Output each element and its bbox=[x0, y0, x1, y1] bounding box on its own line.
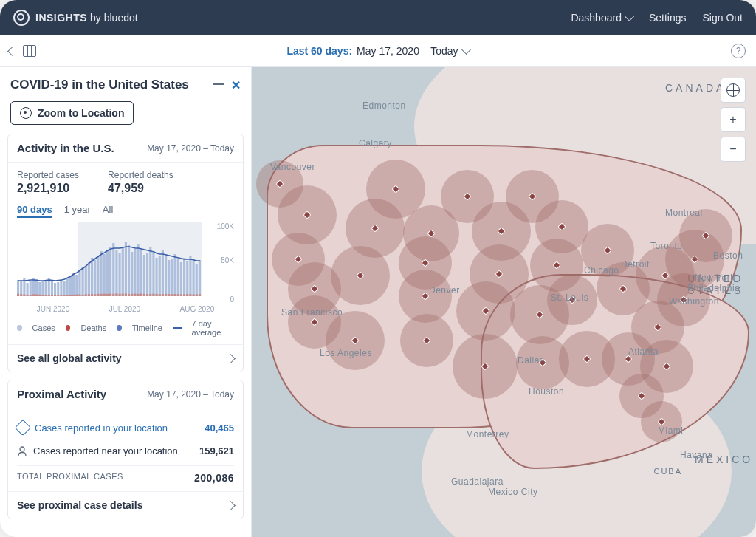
date-range-prefix: Last 60 days: bbox=[286, 45, 352, 57]
svg-rect-94 bbox=[119, 294, 121, 296]
legend-avg: 7 day average bbox=[192, 319, 234, 337]
xlabel-0: JUN 2020 bbox=[37, 305, 69, 313]
svg-rect-15 bbox=[60, 280, 62, 296]
nav-signout[interactable]: Sign Out bbox=[703, 12, 743, 24]
svg-rect-18 bbox=[69, 276, 72, 296]
case-bubble[interactable] bbox=[326, 311, 385, 370]
svg-rect-74 bbox=[57, 295, 59, 296]
bluedot-logo-icon bbox=[13, 10, 30, 26]
case-bubble[interactable] bbox=[453, 334, 518, 399]
zoom-location-button[interactable]: Zoom to Location bbox=[10, 101, 134, 125]
stat-cases-label: Reported cases bbox=[17, 170, 79, 180]
svg-rect-68 bbox=[38, 295, 41, 296]
see-proximal-details[interactable]: See proximal case details bbox=[8, 491, 243, 519]
nav-dashboard[interactable]: Dashboard bbox=[571, 12, 633, 24]
case-bubble[interactable] bbox=[641, 401, 682, 442]
svg-rect-36 bbox=[125, 242, 127, 296]
prox-in-loc-val: 40,465 bbox=[205, 423, 234, 434]
svg-rect-28 bbox=[100, 251, 103, 296]
minimize-icon[interactable] bbox=[213, 83, 224, 85]
help-icon[interactable]: ? bbox=[731, 44, 746, 58]
svg-rect-101 bbox=[140, 293, 142, 296]
svg-rect-116 bbox=[186, 294, 188, 296]
svg-rect-57 bbox=[189, 256, 191, 296]
map-mode-button[interactable] bbox=[721, 78, 746, 103]
svg-rect-30 bbox=[106, 250, 109, 296]
see-all-global[interactable]: See all global activity bbox=[8, 344, 243, 372]
svg-rect-87 bbox=[97, 294, 99, 296]
tab-1year[interactable]: 1 year bbox=[64, 204, 91, 218]
svg-rect-24 bbox=[88, 262, 90, 296]
svg-rect-102 bbox=[143, 294, 145, 296]
activity-card: Activity in the U.S. May 17, 2020 – Toda… bbox=[7, 134, 244, 372]
legend-avg-icon bbox=[173, 327, 182, 329]
svg-rect-92 bbox=[112, 294, 114, 296]
svg-rect-23 bbox=[85, 267, 87, 296]
zoom-location-label: Zoom to Location bbox=[38, 107, 124, 119]
globe-icon bbox=[726, 83, 740, 97]
svg-rect-19 bbox=[72, 273, 75, 296]
svg-rect-51 bbox=[171, 259, 173, 296]
svg-rect-120 bbox=[199, 294, 201, 296]
nav-settings[interactable]: Settings bbox=[649, 12, 687, 24]
svg-rect-14 bbox=[57, 282, 59, 296]
svg-rect-17 bbox=[66, 278, 69, 296]
map-controls: + − bbox=[721, 78, 746, 162]
date-range-selector[interactable]: Last 60 days: May 17, 2020 – Today bbox=[286, 45, 469, 57]
svg-rect-79 bbox=[72, 295, 75, 296]
panel-title: COVID-19 in the United States bbox=[10, 78, 189, 92]
svg-rect-50 bbox=[168, 260, 170, 296]
ytick-top: 100K bbox=[217, 222, 234, 230]
top-nav: Dashboard Settings Sign Out bbox=[571, 12, 743, 24]
stat-cases: Reported cases 2,921,910 bbox=[17, 170, 79, 195]
prox-in-loc-label: Cases reported in your location bbox=[35, 423, 168, 434]
see-proximal-label: See proximal case details bbox=[17, 499, 142, 511]
svg-rect-69 bbox=[41, 295, 44, 296]
case-bubble[interactable] bbox=[679, 209, 732, 262]
prox-in-location[interactable]: Cases reported in your location 40,465 bbox=[17, 416, 234, 439]
activity-chart[interactable]: 100K 50K 0 bbox=[17, 222, 234, 304]
svg-rect-60 bbox=[199, 260, 201, 296]
zoom-out-button[interactable]: − bbox=[721, 137, 746, 162]
svg-rect-85 bbox=[91, 294, 93, 296]
activity-title: Activity in the U.S. bbox=[17, 142, 114, 154]
svg-point-121 bbox=[20, 447, 24, 451]
svg-rect-98 bbox=[131, 294, 133, 296]
brand-logo: INSIGHTS by bluedot bbox=[13, 10, 138, 26]
case-bubble[interactable] bbox=[400, 314, 453, 367]
svg-rect-96 bbox=[125, 293, 127, 296]
svg-rect-76 bbox=[63, 295, 66, 296]
tab-90days[interactable]: 90 days bbox=[17, 204, 52, 218]
see-all-global-label: See all global activity bbox=[17, 352, 122, 364]
case-bubble[interactable] bbox=[547, 275, 597, 325]
chart-xlabels: JUN 2020 JUL 2020 AUG 2020 bbox=[17, 305, 234, 313]
tab-all[interactable]: All bbox=[103, 204, 113, 218]
svg-rect-32 bbox=[112, 243, 114, 296]
svg-rect-11 bbox=[48, 278, 50, 296]
zoom-in-button[interactable]: + bbox=[721, 107, 746, 132]
svg-rect-49 bbox=[165, 255, 167, 296]
stat-deaths-value: 47,959 bbox=[108, 182, 173, 195]
svg-rect-73 bbox=[54, 295, 56, 296]
svg-rect-39 bbox=[134, 249, 136, 296]
svg-rect-26 bbox=[94, 260, 96, 296]
nav-dashboard-label: Dashboard bbox=[571, 12, 622, 24]
svg-rect-77 bbox=[66, 295, 69, 296]
svg-rect-55 bbox=[183, 258, 185, 296]
map-canvas[interactable]: CANADA UNITED STATES MÉXICO CUBA Edmonto… bbox=[252, 67, 756, 537]
map-book-icon[interactable] bbox=[23, 45, 36, 57]
back-icon[interactable] bbox=[7, 47, 17, 56]
svg-rect-82 bbox=[82, 295, 84, 296]
svg-rect-38 bbox=[131, 252, 133, 296]
case-bubble[interactable] bbox=[456, 281, 515, 341]
date-range-value: May 17, 2020 – Today bbox=[357, 45, 458, 57]
svg-rect-70 bbox=[45, 295, 47, 296]
app-body: COVID-19 in the United States ✕ Zoom to … bbox=[0, 67, 756, 537]
svg-rect-83 bbox=[85, 294, 87, 296]
svg-rect-108 bbox=[162, 294, 164, 296]
prox-near-location[interactable]: Cases reported near your location 159,62… bbox=[17, 439, 234, 462]
svg-rect-37 bbox=[128, 245, 130, 296]
svg-rect-56 bbox=[186, 261, 188, 296]
svg-rect-107 bbox=[159, 294, 161, 296]
close-icon[interactable]: ✕ bbox=[231, 78, 241, 92]
